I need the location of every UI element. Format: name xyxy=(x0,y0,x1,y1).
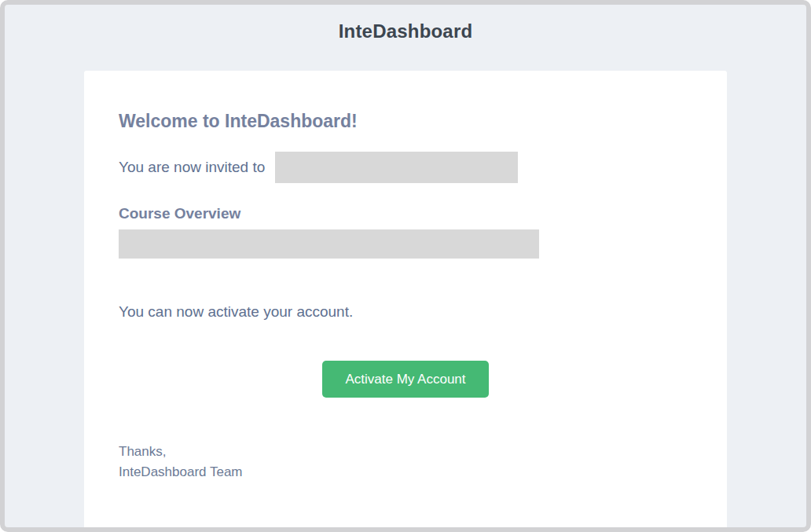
activate-button[interactable]: Activate My Account xyxy=(322,361,488,398)
signature: Thanks, InteDashboard Team xyxy=(119,442,692,482)
button-row: Activate My Account xyxy=(119,361,692,398)
email-window: InteDashboard Welcome to InteDashboard! … xyxy=(0,0,811,532)
invite-text: You are now invited to xyxy=(119,159,265,176)
redacted-organization-block xyxy=(275,152,518,183)
signature-thanks: Thanks, xyxy=(119,442,692,462)
email-header: InteDashboard xyxy=(5,5,806,71)
activation-text: You can now activate your account. xyxy=(119,303,692,321)
welcome-heading: Welcome to InteDashboard! xyxy=(119,110,692,132)
invite-line: You are now invited to xyxy=(119,152,692,183)
redacted-course-description-block xyxy=(119,229,539,259)
course-overview-heading: Course Overview xyxy=(119,205,692,222)
email-body-card: Welcome to InteDashboard! You are now in… xyxy=(84,71,727,530)
app-title: InteDashboard xyxy=(5,20,806,42)
signature-team: InteDashboard Team xyxy=(119,462,692,482)
